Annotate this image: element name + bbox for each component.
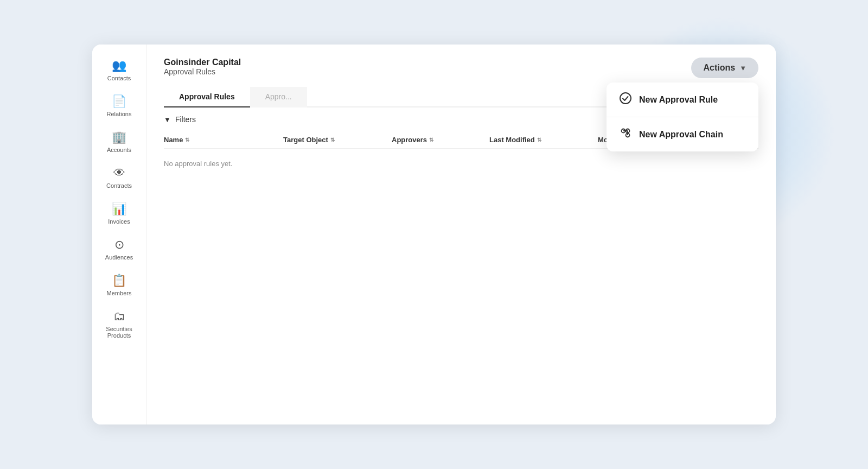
org-name: Goinsinder Capital xyxy=(164,58,241,67)
sidebar-item-securities-products[interactable]: 🗂 Securities Products xyxy=(98,304,141,344)
sidebar-item-relations-label: Relations xyxy=(107,111,132,117)
sidebar-item-contracts[interactable]: 👁 Contracts xyxy=(98,161,141,194)
tab-approval-chains-label: Appro... xyxy=(265,92,292,101)
sidebar-item-contacts[interactable]: 👥 Contacts xyxy=(98,53,141,87)
tab-approval-rules-label: Approval Rules xyxy=(179,92,235,101)
sidebar-item-contracts-label: Contracts xyxy=(106,182,132,189)
svg-point-0 xyxy=(620,93,631,104)
main-container: 👥 Contacts 📄 Relations 🏢 Accounts 👁 Cont… xyxy=(92,45,776,424)
actions-button[interactable]: Actions ▼ xyxy=(691,58,758,78)
chevron-down-icon: ▼ xyxy=(739,64,746,72)
sort-target-icon: ⇅ xyxy=(330,137,335,143)
contacts-icon: 👥 xyxy=(112,59,126,73)
page-title: Approval Rules xyxy=(164,67,241,76)
audiences-icon: ⊙ xyxy=(114,238,124,252)
actions-label: Actions xyxy=(703,63,735,73)
sidebar-item-securities-products-label: Securities Products xyxy=(100,326,139,339)
sort-approvers-icon: ⇅ xyxy=(429,137,433,143)
sidebar-item-members-label: Members xyxy=(107,290,132,296)
tab-approval-rules[interactable]: Approval Rules xyxy=(164,87,250,107)
empty-state-row: No approval rules yet. xyxy=(164,149,758,179)
chain-icon xyxy=(620,127,631,142)
members-icon: 📋 xyxy=(112,274,126,288)
new-approval-chain-label: New Approval Chain xyxy=(639,130,723,140)
col-name-label: Name xyxy=(164,136,183,144)
col-last-modified-label: Last Modified xyxy=(489,136,535,144)
empty-state-message: No approval rules yet. xyxy=(164,160,232,168)
main-content: Goinsinder Capital Approval Rules Action… xyxy=(146,45,776,424)
filters-label: Filters xyxy=(175,115,196,124)
invoices-icon: 📊 xyxy=(112,202,126,216)
col-target-object-label: Target Object xyxy=(283,136,328,144)
col-approvers-label: Approvers xyxy=(392,136,427,144)
filter-icon: ▼ xyxy=(164,116,171,124)
table-area: Name ⇅ Target Object ⇅ Approvers ⇅ Last … xyxy=(146,131,776,424)
sidebar-item-members[interactable]: 📋 Members xyxy=(98,268,141,302)
sidebar: 👥 Contacts 📄 Relations 🏢 Accounts 👁 Cont… xyxy=(92,45,146,424)
sidebar-item-invoices-label: Invoices xyxy=(108,218,130,225)
header-title-block: Goinsinder Capital Approval Rules xyxy=(164,58,241,76)
header: Goinsinder Capital Approval Rules Action… xyxy=(146,45,776,87)
col-approvers[interactable]: Approvers ⇅ xyxy=(392,136,489,144)
securities-products-icon: 🗂 xyxy=(113,309,125,324)
col-last-modified[interactable]: Last Modified ⇅ xyxy=(489,136,598,144)
sidebar-item-relations[interactable]: 📄 Relations xyxy=(98,89,141,123)
new-approval-rule-label: New Approval Rule xyxy=(639,95,718,105)
tab-approval-chains[interactable]: Appro... xyxy=(250,87,307,107)
accounts-icon: 🏢 xyxy=(112,130,126,144)
relations-icon: 📄 xyxy=(112,94,126,109)
check-circle-icon xyxy=(620,92,631,107)
sort-name-icon: ⇅ xyxy=(185,137,189,143)
sidebar-item-accounts[interactable]: 🏢 Accounts xyxy=(98,125,141,159)
sidebar-item-audiences[interactable]: ⊙ Audiences xyxy=(98,232,141,266)
new-approval-chain-item[interactable]: New Approval Chain xyxy=(607,117,758,151)
col-name[interactable]: Name ⇅ xyxy=(164,136,283,144)
sort-last-modified-icon: ⇅ xyxy=(537,137,541,143)
actions-dropdown-menu: New Approval Rule New Approval Chain xyxy=(607,83,758,151)
sidebar-item-contacts-label: Contacts xyxy=(107,75,131,81)
contracts-icon: 👁 xyxy=(113,166,125,180)
sidebar-item-accounts-label: Accounts xyxy=(107,147,131,153)
sidebar-item-invoices[interactable]: 📊 Invoices xyxy=(98,197,141,230)
sidebar-item-audiences-label: Audiences xyxy=(105,254,133,261)
new-approval-rule-item[interactable]: New Approval Rule xyxy=(607,83,758,117)
col-target-object[interactable]: Target Object ⇅ xyxy=(283,136,392,144)
page-wrapper: 👥 Contacts 📄 Relations 🏢 Accounts 👁 Cont… xyxy=(0,0,868,469)
